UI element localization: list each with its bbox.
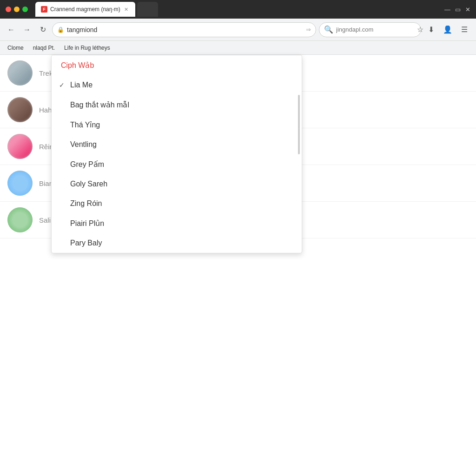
bookmark-item-nlaqd[interactable]: nlaqd Pt. bbox=[30, 44, 58, 52]
avatar bbox=[7, 60, 33, 86]
dropdown-item-label: Bag thắt wảh mẫl bbox=[70, 100, 129, 109]
dropdown-menu: Ciph Wảb ✓ Lia Me Bag thắt wảh mẫl Thá Y… bbox=[51, 55, 302, 253]
tab-bar: F Crannend magmem (naŋ·m) ✕ bbox=[35, 2, 158, 17]
tab-active-label: Crannend magmem (naŋ·m) bbox=[50, 6, 120, 13]
search-bar: 🔍 ☆ bbox=[319, 22, 421, 37]
window-minimize-button[interactable]: — bbox=[444, 6, 450, 13]
lock-icon: 🔒 bbox=[57, 26, 64, 33]
maximize-traffic-light[interactable] bbox=[22, 7, 28, 12]
navbar: ← → ↻ 🔒 ⇒ 🔍 ☆ ⬇ 👤 ☰ bbox=[0, 19, 476, 41]
avatar bbox=[7, 134, 33, 159]
avatar bbox=[7, 97, 33, 122]
reload-button[interactable]: ↻ bbox=[36, 23, 49, 36]
back-button[interactable]: ← bbox=[5, 23, 18, 36]
dropdown-item[interactable]: Goly Sareh bbox=[52, 174, 302, 194]
search-input[interactable] bbox=[336, 26, 414, 33]
dropdown-item-label: Piairi Plủn bbox=[70, 219, 104, 228]
check-icon: ✓ bbox=[59, 81, 65, 89]
dropdown-item[interactable]: Grey Pấm bbox=[52, 154, 302, 174]
dropdown-item-label: Zing Róin bbox=[70, 199, 102, 208]
dropdown-item[interactable]: Pary Baly bbox=[52, 233, 302, 253]
dropdown-item-label: Grey Pấm bbox=[70, 160, 104, 169]
search-icon: 🔍 bbox=[324, 25, 333, 34]
bookmark-item-life[interactable]: Life in Rug létheys bbox=[61, 44, 113, 52]
dropdown-item-label: Thá Yỉng bbox=[70, 120, 100, 129]
dropdown-item[interactable]: Bag thắt wảh mẫl bbox=[52, 95, 302, 115]
tab-active[interactable]: F Crannend magmem (naŋ·m) ✕ bbox=[35, 2, 135, 17]
window-close-button[interactable]: ✕ bbox=[465, 6, 470, 13]
bookmarks-bar: Clome nlaqd Pt. Life in Rug létheys bbox=[0, 41, 476, 55]
address-bar: 🔒 ⇒ bbox=[52, 22, 316, 37]
dropdown-item[interactable]: Thá Yỉng bbox=[52, 115, 302, 135]
address-forward-icon: ⇒ bbox=[306, 26, 311, 33]
tab-favicon: F bbox=[41, 6, 47, 13]
dropdown-item[interactable]: Zing Róin bbox=[52, 194, 302, 213]
menu-button[interactable]: ☰ bbox=[457, 23, 471, 37]
close-traffic-light[interactable] bbox=[6, 7, 11, 12]
traffic-lights bbox=[6, 7, 28, 12]
dropdown-item-first[interactable]: Ciph Wảb bbox=[52, 55, 302, 75]
minimize-traffic-light[interactable] bbox=[14, 7, 20, 12]
tab-inactive[interactable] bbox=[137, 2, 158, 17]
window-restore-button[interactable]: ▭ bbox=[455, 6, 461, 13]
bookmark-item-clome[interactable]: Clome bbox=[5, 44, 26, 52]
titlebar: F Crannend magmem (naŋ·m) ✕ — ▭ ✕ bbox=[0, 0, 476, 19]
dropdown-item[interactable]: ✓ Lia Me bbox=[52, 75, 302, 95]
avatar bbox=[7, 207, 33, 232]
dropdown-item-label: Ventling bbox=[70, 140, 97, 149]
dropdown-item[interactable]: Ventling bbox=[52, 135, 302, 154]
forward-button[interactable]: → bbox=[20, 23, 33, 36]
main-content: Treking Bechonge Hah Gronye Rêing Kinón … bbox=[0, 55, 476, 476]
dropdown-item[interactable]: Piairi Plủn bbox=[52, 213, 302, 233]
dropdown-item-label: Pary Baly bbox=[70, 239, 102, 247]
dropdown-item-label: Lia Me bbox=[70, 81, 93, 89]
window-controls: — ▭ ✕ bbox=[444, 6, 470, 13]
scrollbar[interactable] bbox=[298, 95, 300, 154]
profile-button[interactable]: 👤 bbox=[441, 23, 455, 37]
tab-close-button[interactable]: ✕ bbox=[123, 6, 130, 13]
address-input[interactable] bbox=[67, 26, 303, 33]
star-icon: ☆ bbox=[417, 25, 423, 34]
avatar bbox=[7, 171, 33, 196]
dropdown-item-label: Goly Sareh bbox=[70, 180, 107, 188]
download-button[interactable]: ⬇ bbox=[424, 23, 438, 37]
